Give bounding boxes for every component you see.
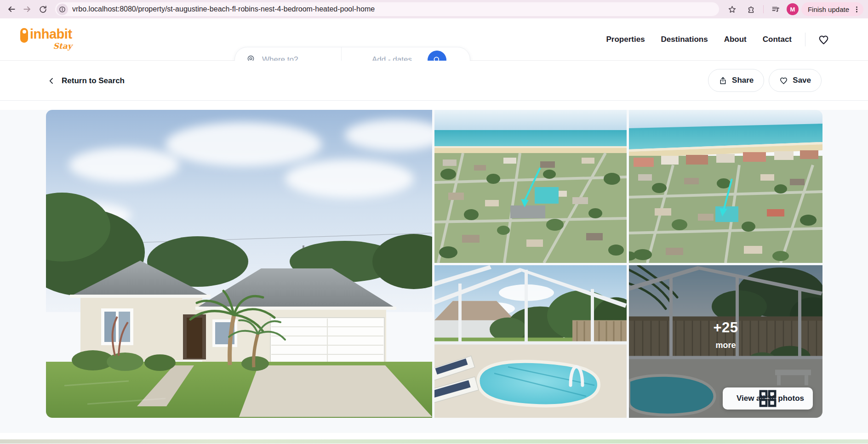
photo-aerial-view-2[interactable] [629,110,822,263]
back-arrow-icon[interactable] [4,1,19,17]
save-button[interactable]: Save [769,69,822,92]
return-to-search-link[interactable]: Return to Search [48,61,125,101]
save-label: Save [793,76,811,85]
photo-screened-pool[interactable] [434,265,627,418]
profile-avatar[interactable]: M [787,3,799,15]
extensions-puzzle-icon[interactable] [743,1,759,17]
nav-about[interactable]: About [724,35,747,44]
chrome-divider [763,5,764,13]
nav-contact[interactable]: Contact [763,35,792,44]
listing-content: +25 more View all 30 photos [0,110,868,444]
next-section-edge [0,439,868,444]
more-photos-word: more [629,341,822,350]
listing-toolbar: Return to Search Share Save [0,61,868,101]
site-info-icon[interactable] [57,4,68,15]
bookmark-star-icon[interactable] [725,1,740,17]
wishlist-heart-icon[interactable] [818,34,829,46]
reload-icon[interactable] [35,1,51,17]
media-playlist-icon[interactable] [768,1,784,17]
more-photos-count-block: +25 more [629,319,822,350]
site-header: inhabit Stay Add - dates Properties Dest… [0,18,868,61]
chevron-left-icon [48,77,55,85]
logo-wordmark: inhabit [30,26,72,42]
url-text[interactable]: vrbo.localhost:8080/property/st-augustin… [72,5,375,13]
photo-pool-more[interactable]: +25 more View all 30 photos [629,265,822,418]
nav-destinations[interactable]: Destinations [661,35,708,44]
return-to-search-label: Return to Search [62,76,125,85]
finish-update-button[interactable]: Finish update [801,2,863,16]
nav-divider [805,33,805,46]
nav-properties[interactable]: Properties [606,35,645,44]
view-all-photos-button[interactable]: View all 30 photos [723,387,813,410]
address-bar[interactable]: vrbo.localhost:8080/property/st-augustin… [55,2,719,16]
photo-gallery: +25 more View all 30 photos [46,110,822,418]
forward-arrow-icon[interactable] [19,1,35,17]
photo-house-front-exterior[interactable] [46,110,432,418]
finish-update-label: Finish update [808,6,849,13]
share-label: Share [732,76,754,85]
photo-aerial-view-1[interactable] [434,110,627,263]
logo-tagline: Stay [20,41,72,51]
main-nav: Properties Destinations About Contact [590,18,830,61]
share-button[interactable]: Share [708,69,764,92]
more-photos-count: +25 [629,319,822,336]
kebab-menu-icon[interactable] [853,6,861,13]
save-heart-icon [779,76,788,85]
browser-chrome: vrbo.localhost:8080/property/st-augustin… [0,0,868,18]
logo-pin-icon [20,28,28,43]
share-icon [719,76,727,85]
section-divider-band [0,433,868,439]
site-logo[interactable]: inhabit Stay [20,26,72,51]
